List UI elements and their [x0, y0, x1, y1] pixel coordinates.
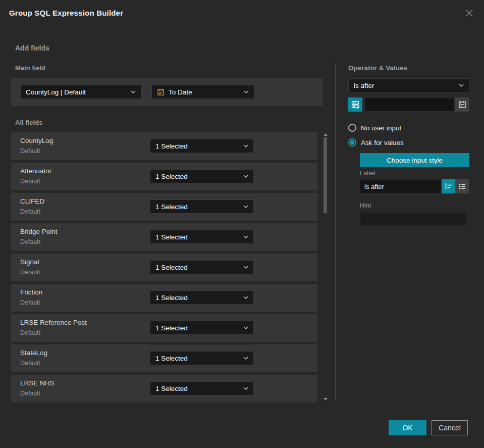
field-row: Signal Default 1 Selected: [11, 254, 317, 281]
input-style-list-button[interactable]: [455, 179, 469, 193]
label-field-label: Label: [360, 170, 375, 177]
chevron-down-icon: [243, 357, 248, 360]
input-style-textbox-button[interactable]: [442, 179, 455, 193]
chevron-down-icon: [243, 144, 248, 147]
choose-input-style-button[interactable]: Choose input style: [360, 153, 469, 167]
group-sql-expression-builder-dialog: Group SQL Expression Builder Add fields …: [0, 0, 484, 448]
add-fields-heading: Add fields: [15, 44, 49, 52]
field-selected-dropdown-label: 1 Selected: [155, 173, 240, 180]
chevron-down-icon: [244, 90, 249, 93]
scrollbar-up-arrow-icon[interactable]: [324, 133, 328, 136]
field-row: Attenuator Default 1 Selected: [11, 163, 317, 190]
chevron-down-icon: [243, 326, 248, 329]
field-row: CountyLog Default 1 Selected: [11, 132, 317, 160]
panel-divider: [335, 63, 336, 402]
field-row: LRSE NHS Default 1 Selected: [11, 375, 317, 403]
field-name: LRSE NHS: [20, 379, 55, 387]
field-subtitle: Default: [20, 390, 40, 397]
field-name: Bridge Point: [20, 228, 58, 235]
chevron-down-icon: [243, 296, 248, 299]
field-selected-dropdown-label: 1 Selected: [155, 324, 240, 332]
field-subtitle: Default: [20, 329, 40, 336]
field-subtitle: Default: [20, 360, 40, 367]
value-input[interactable]: [364, 97, 455, 112]
all-fields-label: All fields: [15, 119, 42, 126]
field-name: Attenuator: [20, 167, 51, 175]
align-left-icon: [445, 182, 453, 190]
field-name: Signal: [20, 258, 39, 266]
field-name: LRSE Reference Post: [20, 319, 87, 326]
field-row: StateLog Default 1 Selected: [11, 344, 317, 372]
chevron-down-icon: [243, 266, 248, 269]
operator-values-heading: Operator & Values: [348, 64, 407, 72]
field-selected-dropdown-label: 1 Selected: [155, 264, 240, 271]
field-row: LRSE Reference Post Default 1 Selected: [11, 314, 317, 342]
hint-input[interactable]: [360, 212, 466, 225]
list-icon: [458, 182, 466, 190]
dialog-title: Group SQL Expression Builder: [9, 9, 123, 17]
field-name: StateLog: [20, 349, 47, 357]
hint-field-label: Hint: [360, 202, 371, 209]
value-source-toggle-button[interactable]: [348, 97, 362, 112]
radio-no-user-input[interactable]: No user input: [348, 124, 401, 132]
calendar-icon: [157, 88, 165, 96]
field-name: CLIFED: [20, 197, 44, 205]
field-selected-dropdown[interactable]: 1 Selected: [150, 139, 254, 153]
chevron-down-icon: [131, 90, 136, 93]
field-selected-dropdown[interactable]: 1 Selected: [150, 260, 254, 274]
field-selected-dropdown[interactable]: 1 Selected: [150, 169, 254, 183]
main-field-panel: CountyLog | Default To Date: [11, 78, 323, 106]
chevron-down-icon: [243, 387, 248, 390]
radio-ask-for-values-label: Ask for values: [361, 139, 404, 146]
radio-unchecked-icon: [348, 124, 356, 132]
field-selected-dropdown[interactable]: 1 Selected: [150, 290, 254, 305]
field-subtitle: Default: [20, 299, 40, 306]
main-field-dropdown[interactable]: CountyLog | Default: [20, 85, 141, 99]
chevron-down-icon: [243, 235, 248, 238]
dialog-header: Group SQL Expression Builder: [0, 0, 484, 26]
field-selected-dropdown-label: 1 Selected: [155, 142, 240, 150]
field-selected-dropdown[interactable]: 1 Selected: [150, 321, 254, 335]
label-input[interactable]: [360, 179, 442, 193]
field-selected-dropdown[interactable]: 1 Selected: [150, 381, 254, 395]
cancel-button[interactable]: Cancel: [432, 420, 468, 435]
field-subtitle: Default: [20, 208, 40, 215]
field-selected-dropdown[interactable]: 1 Selected: [150, 351, 254, 365]
operator-dropdown-value: is after: [354, 82, 456, 89]
main-field-dropdown-value: CountyLog | Default: [26, 88, 128, 96]
field-subtitle: Default: [20, 269, 40, 276]
field-subtitle: Default: [20, 178, 40, 185]
field-subtitle: Default: [20, 147, 40, 155]
ok-button[interactable]: OK: [389, 420, 426, 435]
field-name: CountyLog: [20, 137, 53, 144]
calendar-icon: [458, 101, 466, 109]
field-selected-dropdown[interactable]: 1 Selected: [150, 200, 254, 214]
field-selected-dropdown-label: 1 Selected: [155, 203, 240, 211]
close-icon[interactable]: [464, 8, 475, 19]
chevron-down-icon: [243, 175, 248, 178]
field-subtitle: Default: [20, 238, 40, 245]
main-field-label: Main field: [15, 64, 45, 72]
scrollbar-thumb[interactable]: [324, 137, 327, 213]
field-selected-dropdown[interactable]: 1 Selected: [150, 230, 254, 244]
field-selected-dropdown-label: 1 Selected: [155, 355, 240, 362]
chevron-down-icon: [459, 84, 464, 87]
radio-checked-icon: [348, 138, 356, 146]
date-type-dropdown-value: To Date: [169, 88, 241, 96]
field-selected-dropdown-label: 1 Selected: [155, 385, 240, 392]
radio-ask-for-values[interactable]: Ask for values: [348, 138, 404, 146]
radio-no-user-input-label: No user input: [361, 124, 401, 132]
field-name: Friction: [20, 288, 42, 296]
date-picker-button[interactable]: [455, 97, 469, 112]
field-selected-dropdown-label: 1 Selected: [155, 233, 240, 241]
operator-dropdown[interactable]: is after: [348, 78, 469, 92]
list-scrollbar[interactable]: [322, 132, 329, 402]
chevron-down-icon: [243, 205, 248, 208]
all-fields-list: CountyLog Default 1 Selected Attenuator …: [11, 132, 317, 403]
field-row: Friction Default 1 Selected: [11, 284, 317, 312]
field-row: CLIFED Default 1 Selected: [11, 193, 317, 221]
date-type-dropdown[interactable]: To Date: [151, 85, 254, 99]
field-row: Bridge Point Default 1 Selected: [11, 223, 317, 251]
scrollbar-down-arrow-icon[interactable]: [324, 398, 328, 401]
field-selected-dropdown-label: 1 Selected: [155, 294, 240, 302]
